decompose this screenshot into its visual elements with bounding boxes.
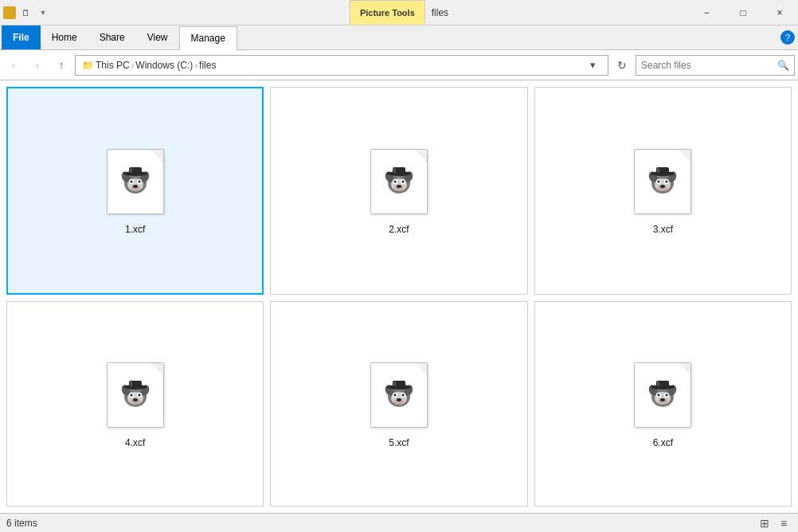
breadcrumb-sep-1: › — [131, 61, 135, 70]
svg-rect-66 — [393, 381, 396, 386]
picture-tools-label: Picture Tools — [350, 0, 425, 25]
minimize-button[interactable]: − — [688, 0, 725, 25]
svg-point-20 — [397, 185, 401, 188]
help-button[interactable]: ? — [780, 30, 795, 45]
breadcrumb-files: files — [199, 60, 216, 71]
ribbon: File Home Share View Manage ? — [0, 25, 798, 50]
gimp-logo-icon — [645, 377, 680, 413]
file-icon-wrapper — [367, 146, 431, 217]
gimp-logo-icon — [118, 377, 153, 413]
back-button[interactable]: ‹ — [3, 55, 24, 76]
address-bar-row: ‹ › ↑ 📁 This PC › Windows (C:) › files ▾… — [0, 50, 798, 80]
svg-rect-79 — [657, 381, 659, 386]
gimp-logo-icon — [118, 164, 153, 199]
svg-point-46 — [133, 398, 138, 401]
xcf-icon — [370, 149, 428, 214]
svg-rect-27 — [393, 168, 396, 173]
xcf-icon — [370, 362, 428, 428]
file-item[interactable]: 5.xcf — [270, 301, 527, 507]
svg-point-49 — [130, 393, 132, 396]
breadcrumb-windows-c: Windows (C:) — [135, 60, 193, 71]
svg-point-59 — [397, 398, 401, 401]
address-dropdown[interactable]: ▾ — [584, 57, 601, 74]
file-item[interactable]: 6.xcf — [534, 301, 792, 507]
quick-access-properties[interactable]: 🗒 — [18, 5, 33, 21]
quick-access-new-folder[interactable]: ▼ — [35, 5, 51, 21]
svg-point-7 — [133, 185, 138, 188]
svg-point-62 — [393, 393, 396, 396]
folder-title: files — [432, 7, 448, 18]
forward-button[interactable]: › — [27, 55, 48, 76]
address-box[interactable]: 📁 This PC › Windows (C:) › files ▾ — [75, 55, 608, 76]
svg-rect-1 — [5, 10, 9, 11]
svg-point-33 — [660, 185, 665, 188]
folder-icon — [3, 6, 16, 19]
main-content: 1.xcf 2.xcf — [0, 80, 798, 513]
tab-manage[interactable]: Manage — [179, 26, 237, 50]
breadcrumb-folder-icon: 📁 — [82, 60, 94, 71]
svg-point-11 — [138, 181, 140, 183]
maximize-button[interactable]: □ — [725, 0, 761, 25]
view-controls: ⊞ ≡ — [757, 515, 792, 531]
svg-rect-53 — [130, 381, 132, 386]
file-name: 5.xcf — [389, 437, 409, 448]
file-item[interactable]: 4.xcf — [6, 301, 264, 507]
xcf-icon — [107, 362, 164, 428]
window-controls: − □ × — [688, 0, 798, 25]
search-box[interactable]: 🔍 — [636, 55, 795, 76]
svg-point-50 — [138, 393, 140, 396]
svg-point-37 — [666, 181, 668, 183]
svg-point-10 — [130, 181, 132, 183]
gimp-logo-icon — [381, 377, 417, 413]
xcf-icon — [107, 149, 164, 214]
svg-rect-0 — [5, 10, 14, 17]
xcf-icon — [634, 362, 691, 428]
ribbon-tab-bar: File Home Share View Manage ? — [0, 25, 798, 49]
gimp-logo-icon — [645, 164, 680, 199]
file-item[interactable]: 3.xcf — [534, 87, 792, 295]
file-icon-wrapper — [104, 359, 167, 431]
title-bar-left: 🗒 ▼ — [0, 0, 54, 25]
search-icon: 🔍 — [777, 60, 789, 71]
svg-rect-40 — [657, 168, 659, 173]
file-icon-wrapper — [367, 359, 431, 431]
close-button[interactable]: × — [761, 0, 798, 25]
file-name: 6.xcf — [653, 437, 673, 448]
view-large-icon-button[interactable]: ⊞ — [757, 515, 773, 531]
item-count: 6 items — [6, 518, 37, 529]
breadcrumb-this-pc: This PC — [96, 60, 130, 71]
gimp-logo-icon — [381, 164, 417, 199]
file-grid: 1.xcf 2.xcf — [6, 87, 792, 507]
svg-point-24 — [401, 181, 404, 183]
tab-share[interactable]: Share — [88, 25, 136, 49]
svg-rect-14 — [130, 168, 132, 173]
file-icon-wrapper — [631, 146, 694, 217]
title-center: Picture Tools files — [350, 0, 448, 25]
view-list-button[interactable]: ≡ — [776, 515, 792, 531]
file-name: 4.xcf — [125, 437, 145, 448]
up-button[interactable]: ↑ — [51, 55, 72, 76]
svg-point-23 — [393, 181, 396, 183]
tab-file[interactable]: File — [2, 25, 41, 49]
file-name: 3.xcf — [653, 224, 673, 235]
search-input[interactable] — [641, 60, 777, 71]
file-name: 2.xcf — [389, 224, 409, 235]
svg-point-75 — [658, 393, 660, 396]
breadcrumb: 📁 This PC › Windows (C:) › files — [82, 60, 584, 71]
file-icon-wrapper — [631, 359, 694, 431]
tab-home[interactable]: Home — [41, 25, 88, 49]
refresh-button[interactable]: ↻ — [612, 55, 632, 76]
file-item[interactable]: 2.xcf — [270, 87, 527, 295]
title-bar: 🗒 ▼ Picture Tools files − □ × — [0, 0, 798, 25]
file-item[interactable]: 1.xcf — [6, 87, 264, 295]
svg-point-76 — [666, 393, 668, 396]
svg-point-72 — [660, 398, 665, 401]
tab-view[interactable]: View — [136, 25, 179, 49]
svg-point-36 — [658, 181, 660, 183]
breadcrumb-sep-2: › — [194, 61, 198, 70]
file-icon-wrapper — [104, 146, 167, 217]
file-name: 1.xcf — [125, 224, 145, 235]
status-bar: 6 items ⊞ ≡ — [0, 513, 798, 532]
svg-point-63 — [401, 393, 404, 396]
xcf-icon — [634, 149, 691, 214]
